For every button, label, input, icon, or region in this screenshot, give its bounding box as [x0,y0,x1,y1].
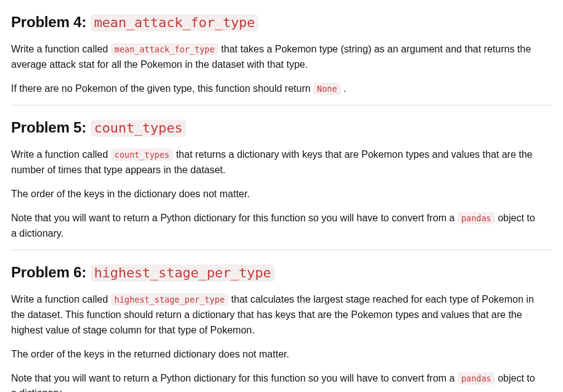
paragraph: The order of the keys in the dictionary … [11,187,540,202]
paragraph: Note that you will want to return a Pyth… [11,371,540,392]
text-run: . [341,83,347,94]
problem-section: Problem 5: count_types Write a function … [11,116,552,250]
paragraph: If there are no Pokemon of the given typ… [11,81,540,97]
problem-heading: Problem 6: highest_stage_per_type [11,261,552,284]
inline-code: pandas [458,372,495,385]
problem-heading: Problem 4: mean_attack_for_type [11,11,552,33]
inline-code: count_types [111,149,173,161]
heading-prefix: Problem 4: [11,14,91,30]
paragraph: Note that you will want to return a Pyth… [11,211,540,242]
document-page: Problem 4: mean_attack_for_type Write a … [0,0,563,392]
problem-section: Problem 6: highest_stage_per_type Write … [11,261,552,392]
text-run: Note that you will want to return a Pyth… [11,373,458,383]
inline-code: highest_stage_per_type [111,293,229,306]
problem-heading: Problem 5: count_types [11,116,552,139]
text-run: The order of the keys in the returned di… [11,349,289,359]
text-run: Write a function called [11,149,111,160]
text-run: Write a function called [11,44,111,54]
inline-code: mean_attack_for_type [111,43,219,55]
heading-prefix: Problem 6: [11,264,91,280]
heading-code: mean_attack_for_type [91,14,259,31]
paragraph: Write a function called highest_stage_pe… [11,292,540,338]
text-run: Note that you will want to return a Pyth… [11,213,458,223]
text-run: If there are no Pokemon of the given typ… [11,83,313,94]
text-run: Write a function called [11,294,111,304]
inline-code: pandas [458,212,495,224]
heading-code: highest_stage_per_type [91,264,275,282]
paragraph: The order of the keys in the returned di… [11,347,540,362]
heading-prefix: Problem 5: [11,119,91,136]
paragraph: Write a function called count_types that… [11,147,540,178]
heading-code: count_types [91,120,187,137]
text-run: The order of the keys in the dictionary … [11,189,250,199]
paragraph: Write a function called mean_attack_for_… [11,42,540,73]
inline-code: None [313,83,341,95]
problem-section: Problem 4: mean_attack_for_type Write a … [11,11,552,105]
